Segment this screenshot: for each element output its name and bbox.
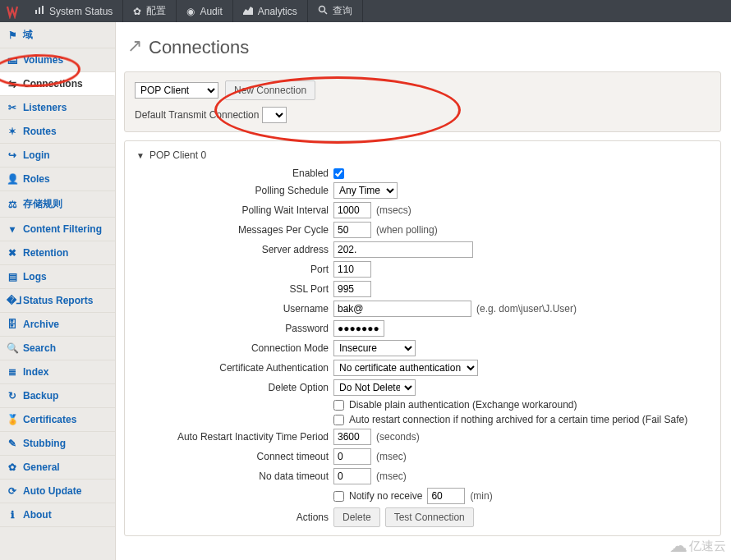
topbar-tab-config[interactable]: ✿ 配置 [123, 0, 177, 22]
gear-icon: ✿ [133, 6, 141, 17]
no-data-timeout-field[interactable] [333, 468, 371, 484]
gear-icon: ✿ [7, 461, 18, 473]
notify-no-receive-checkbox[interactable] [333, 491, 344, 502]
section-header[interactable]: ▼ POP Client 0 [136, 149, 709, 168]
default-transmit-label: Default Transmit Connection [135, 109, 259, 121]
sidebar-item-auto-update[interactable]: ⟳Auto Update [0, 480, 115, 503]
balance-icon: ⚖ [7, 199, 18, 210]
sidebar-item-status-reports[interactable]: �⅃Status Reports [0, 289, 115, 313]
sidebar-item-connections[interactable]: ⇆Connections [0, 72, 116, 96]
sidebar-item-general[interactable]: ✿General [0, 456, 115, 480]
section-title: POP Client 0 [149, 149, 206, 161]
cross-icon: ✖ [7, 247, 18, 259]
sidebar-item-label: 域 [23, 28, 33, 42]
topbar-tab-audit[interactable]: ◉ Audit [177, 0, 232, 22]
sidebar-item-about[interactable]: ℹAbout [0, 503, 115, 527]
sidebar-item-stubbing[interactable]: ✎Stubbing [0, 432, 115, 456]
test-connection-button[interactable]: Test Connection [385, 507, 474, 527]
sidebar-item-archive[interactable]: 🗄Archive [0, 313, 115, 337]
port-label: Port [136, 264, 333, 275]
page-title-text: Connections [149, 37, 249, 58]
drive-icon: 🖴 [7, 54, 18, 66]
auto-restart-period-label: Auto Restart Inactivity Time Period [136, 431, 333, 443]
server-address-field[interactable] [333, 241, 473, 258]
sidebar-item-label: Content Filtering [23, 223, 102, 235]
auto-restart-checkbox[interactable] [333, 415, 344, 425]
default-transmit-select[interactable] [262, 107, 287, 123]
enabled-label: Enabled [136, 168, 333, 179]
sidebar-item-backup[interactable]: ↻Backup [0, 384, 115, 408]
sidebar-item-logs[interactable]: ▤Logs [0, 265, 115, 289]
sidebar-item-label: Certificates [23, 414, 76, 425]
messages-per-cycle-label: Messages Per Cycle [136, 224, 333, 236]
page-title: ↗ Connections [124, 32, 721, 71]
delete-option-select[interactable]: Do Not Delete [333, 379, 416, 396]
connection-selector-panel: POP Client New Connection Default Transm… [124, 71, 721, 132]
sidebar-item-content-filtering[interactable]: ▾Content Filtering [0, 218, 115, 241]
sidebar-item-label: Connections [23, 78, 83, 90]
polling-wait-interval-field[interactable] [333, 202, 371, 218]
flag-icon: ⚑ [7, 30, 18, 41]
sidebar-item-listeners[interactable]: ✂Listeners [0, 96, 115, 120]
disable-plain-auth-checkbox[interactable] [333, 400, 344, 411]
filter-icon: ▾ [7, 223, 18, 235]
sidebar-item-label: General [23, 461, 60, 473]
ssl-port-field[interactable] [333, 281, 371, 297]
sidebar-item-roles[interactable]: 👤Roles [0, 168, 115, 191]
password-field[interactable] [333, 320, 384, 337]
topbar-tab-label: 查询 [333, 4, 352, 18]
index-icon: ≣ [7, 366, 18, 378]
messages-per-cycle-field[interactable] [333, 222, 371, 238]
min-hint: (min) [470, 490, 492, 502]
sidebar-item-label: 存储规则 [23, 197, 62, 211]
enabled-checkbox[interactable] [333, 168, 344, 179]
sidebar-item-index[interactable]: ≣Index [0, 360, 115, 384]
pop-client-panel: ▼ POP Client 0 Enabled Polling Schedule … [124, 140, 721, 536]
disable-plain-auth-label: Disable plain authentication (Exchange w… [349, 399, 577, 411]
connection-mode-select[interactable]: Insecure [333, 340, 416, 356]
refresh-icon: ↻ [7, 390, 18, 402]
seconds-hint: (seconds) [376, 431, 420, 443]
sidebar-item-volumes[interactable]: 🖴Volumes [0, 48, 115, 72]
port-field[interactable] [333, 261, 371, 278]
polling-wait-interval-label: Polling Wait Interval [136, 204, 333, 216]
cert-auth-select[interactable]: No certificate authentication [333, 360, 478, 376]
list-icon: ▤ [7, 271, 18, 282]
username-field[interactable] [333, 301, 471, 317]
topbar-tab-analytics[interactable]: Analytics [233, 0, 308, 22]
sidebar: ⚑域 🖴Volumes ⇆Connections ✂Listeners ✶Rou… [0, 22, 116, 560]
svg-rect-0 [35, 10, 37, 14]
update-icon: ⟳ [7, 485, 18, 497]
msecs-hint: (msecs) [376, 204, 411, 216]
sidebar-item-label: Search [23, 342, 56, 354]
topbar-tab-system-status[interactable]: System Status [25, 0, 123, 22]
sidebar-item-domain[interactable]: ⚑域 [0, 22, 115, 48]
connect-timeout-field[interactable] [333, 448, 371, 465]
svg-point-3 [319, 7, 324, 12]
auto-restart-label: Auto restart connection if nothing archi… [349, 414, 687, 425]
sidebar-item-search[interactable]: 🔍Search [0, 337, 115, 360]
notify-no-receive-field[interactable] [427, 488, 465, 504]
login-icon: ↪ [7, 149, 18, 161]
connection-type-select[interactable]: POP Client [135, 82, 218, 99]
auto-restart-period-field[interactable] [333, 429, 371, 445]
delete-option-label: Delete Option [136, 382, 333, 393]
sidebar-item-routes[interactable]: ✶Routes [0, 120, 115, 144]
sidebar-item-login[interactable]: ↪Login [0, 144, 115, 168]
delete-button[interactable]: Delete [333, 507, 380, 527]
no-data-timeout-label: No data timeout [136, 470, 333, 482]
new-connection-button[interactable]: New Connection [225, 80, 315, 100]
sidebar-item-certificates[interactable]: 🏅Certificates [0, 408, 115, 432]
sidebar-item-storage-rules[interactable]: ⚖存储规则 [0, 191, 115, 218]
sidebar-item-retention[interactable]: ✖Retention [0, 241, 115, 265]
ssl-port-label: SSL Port [136, 283, 333, 295]
topbar: System Status ✿ 配置 ◉ Audit Analytics 查询 [0, 0, 731, 22]
watermark-text: 亿速云 [689, 539, 726, 554]
scissors-icon: ✂ [7, 102, 18, 113]
server-address-label: Server address [136, 244, 333, 255]
polling-schedule-select[interactable]: Any Time [333, 182, 398, 199]
sidebar-item-label: Logs [23, 271, 47, 282]
topbar-tab-search[interactable]: 查询 [308, 0, 363, 22]
username-hint: (e.g. dom\juser\J.User) [476, 303, 577, 314]
sidebar-item-label: Auto Update [23, 485, 81, 497]
